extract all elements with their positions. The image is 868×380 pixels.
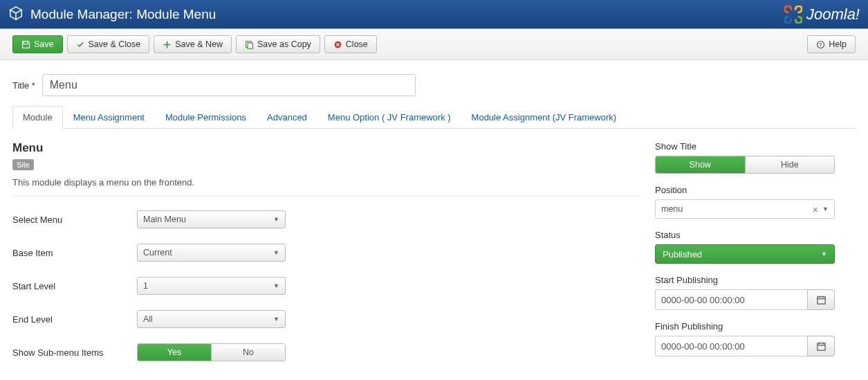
- start-pub-input[interactable]: [655, 289, 807, 310]
- show-title-label: Show Title: [655, 141, 835, 152]
- chevron-down-icon: ▼: [273, 249, 279, 256]
- svg-rect-1: [248, 43, 252, 48]
- joomla-logo: Joomla!: [784, 6, 860, 24]
- tab-menu-option-jv[interactable]: Menu Option ( JV Framework ): [317, 106, 461, 129]
- tab-module[interactable]: Module: [12, 106, 63, 129]
- svg-text:?: ?: [820, 42, 823, 48]
- save-copy-button[interactable]: Save as Copy: [236, 35, 320, 53]
- select-menu-dropdown[interactable]: Main Menu ▼: [137, 210, 286, 228]
- calendar-icon: [816, 341, 827, 352]
- show-title-hide[interactable]: Hide: [745, 156, 835, 173]
- start-level-label: Start Level: [12, 281, 137, 291]
- chevron-down-icon: ▼: [821, 251, 827, 257]
- position-select[interactable]: menu × ▼: [655, 199, 835, 219]
- divider: [12, 196, 641, 197]
- help-icon: ?: [816, 40, 825, 49]
- toolbar: Save Save & Close Save & New Save as Cop…: [0, 29, 868, 60]
- chevron-down-icon: ▼: [273, 282, 279, 289]
- base-item-label: Base Item: [12, 248, 137, 258]
- start-level-dropdown[interactable]: 1 ▼: [137, 277, 286, 295]
- status-label: Status: [655, 230, 835, 240]
- module-desc: This module displays a menu on the front…: [12, 177, 641, 188]
- show-title-show[interactable]: Show: [656, 156, 745, 173]
- chevron-down-icon: ▼: [822, 206, 829, 212]
- cancel-icon: [333, 40, 342, 49]
- svg-rect-5: [817, 296, 824, 303]
- start-pub-calendar-button[interactable]: [807, 289, 835, 310]
- tab-module-permissions[interactable]: Module Permissions: [155, 106, 257, 129]
- finish-pub-input[interactable]: [655, 336, 807, 356]
- help-button[interactable]: ? Help: [807, 35, 856, 53]
- show-sub-no[interactable]: No: [211, 344, 285, 361]
- save-new-button[interactable]: Save & New: [154, 35, 232, 53]
- show-sub-toggle: Yes No: [137, 343, 286, 361]
- chevron-down-icon: ▼: [273, 216, 279, 223]
- title-label: Title *: [12, 80, 35, 91]
- status-select[interactable]: Published ▼: [655, 244, 835, 264]
- select-menu-label: Select Menu: [12, 215, 137, 225]
- title-input[interactable]: [42, 74, 416, 96]
- save-button[interactable]: Save: [12, 35, 63, 53]
- cube-icon: [8, 6, 24, 23]
- plus-icon: [163, 40, 172, 49]
- tabs: Module Menu Assignment Module Permission…: [12, 106, 856, 129]
- svg-rect-9: [817, 343, 824, 350]
- tab-menu-assignment[interactable]: Menu Assignment: [63, 106, 155, 129]
- apply-icon: [21, 40, 30, 49]
- base-item-dropdown[interactable]: Current ▼: [137, 244, 286, 262]
- check-icon: [76, 40, 85, 49]
- copy-icon: [245, 40, 254, 49]
- brand-text: Joomla!: [806, 6, 860, 24]
- page-title: Module Manager: Module Menu: [30, 7, 784, 22]
- chevron-down-icon: ▼: [273, 316, 279, 323]
- start-pub-label: Start Publishing: [655, 275, 835, 285]
- header-bar: Module Manager: Module Menu Joomla!: [0, 0, 868, 29]
- show-sub-yes[interactable]: Yes: [138, 344, 211, 361]
- finish-pub-label: Finish Publishing: [655, 321, 835, 332]
- position-label: Position: [655, 185, 835, 195]
- clear-icon[interactable]: ×: [812, 203, 818, 215]
- module-heading: Menu: [12, 141, 641, 155]
- client-badge: Site: [12, 159, 34, 170]
- save-close-button[interactable]: Save & Close: [67, 35, 150, 53]
- show-title-toggle: Show Hide: [655, 156, 835, 174]
- end-level-dropdown[interactable]: All ▼: [137, 310, 286, 328]
- tab-advanced[interactable]: Advanced: [257, 106, 317, 129]
- finish-pub-calendar-button[interactable]: [807, 336, 835, 356]
- tab-module-assignment-jv[interactable]: Module Assignment (JV Framework): [461, 106, 627, 129]
- close-button[interactable]: Close: [324, 35, 377, 53]
- end-level-label: End Level: [12, 314, 137, 325]
- calendar-icon: [816, 295, 827, 305]
- show-sub-label: Show Sub-menu Items: [12, 347, 137, 358]
